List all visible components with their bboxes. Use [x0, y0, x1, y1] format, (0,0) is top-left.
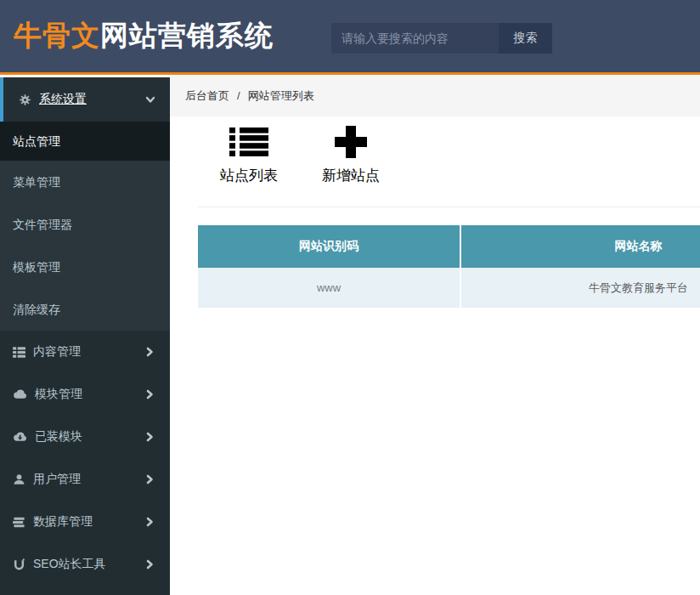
sidebar-item-label: SEO站长工具: [33, 557, 106, 572]
sidebar-item-label: 已装模块: [35, 429, 82, 445]
sidebar-submenu: 站点管理 菜单管理 文件管理器 模板管理 清除缓存: [0, 122, 170, 331]
content-panel: 站点列表 新增站点 网站识别码 网站名称: [170, 116, 700, 308]
breadcrumb-current: 网站管理列表: [248, 88, 314, 104]
list-icon: [229, 126, 268, 158]
sidebar-item-template-management[interactable]: 模板管理: [0, 246, 170, 288]
action-label: 新增站点: [322, 166, 380, 185]
sidebar-item-module-management[interactable]: 模块管理: [0, 373, 170, 416]
sidebar-item-label: 内容管理: [33, 344, 81, 360]
divider: [198, 207, 700, 207]
breadcrumb-home[interactable]: 后台首页: [185, 88, 229, 104]
magnet-icon: [13, 558, 25, 571]
column-header-site-name: 网站名称: [460, 225, 700, 268]
database-icon: [13, 516, 25, 529]
chevron-right-icon: [144, 346, 155, 358]
chevron-right-icon: [144, 388, 155, 400]
toolbar: 站点列表 新增站点: [206, 125, 700, 185]
chevron-right-icon: [144, 516, 155, 528]
user-icon: [13, 473, 25, 486]
sidebar-item-installed-modules[interactable]: 已装模块: [0, 416, 170, 458]
cloud-icon: [13, 388, 27, 400]
main-area: 后台首页 / 网站管理列表 站点列表 新增站: [170, 75, 700, 308]
logo-highlight: 牛骨文: [14, 20, 100, 51]
sidebar-item-site-management[interactable]: 站点管理: [0, 122, 170, 161]
sidebar-item-file-manager[interactable]: 文件管理器: [0, 203, 170, 246]
sidebar: 系统设置 站点管理 菜单管理 文件管理器 模板管理 清除缓存 内容管理 模块管理: [0, 77, 170, 595]
sidebar-item-seo-tools[interactable]: SEO站长工具: [0, 543, 170, 586]
chevron-right-icon: [144, 473, 155, 485]
sidebar-item-content-management[interactable]: 内容管理: [0, 331, 170, 373]
chevron-right-icon: [144, 431, 155, 443]
cloud-download-icon: [13, 431, 27, 443]
action-label: 站点列表: [220, 166, 278, 185]
logo[interactable]: 牛骨文网站营销系统: [14, 17, 274, 55]
plus-icon: [335, 126, 367, 158]
cell-site-code: www: [198, 268, 460, 308]
search-bar: 搜索: [331, 23, 552, 54]
sidebar-item-user-management[interactable]: 用户管理: [0, 458, 170, 501]
sidebar-item-label: 用户管理: [33, 472, 81, 487]
chevron-down-icon: [144, 94, 156, 105]
cell-site-name: 牛骨文教育服务平台: [460, 268, 700, 308]
breadcrumb-separator: /: [237, 89, 240, 102]
sidebar-item-clear-cache[interactable]: 清除缓存: [0, 288, 170, 331]
top-header: 牛骨文网站营销系统 搜索: [0, 0, 700, 75]
sidebar-item-system-settings[interactable]: 系统设置: [0, 77, 170, 122]
sidebar-item-label: 数据库管理: [33, 514, 93, 530]
th-list-icon: [13, 346, 25, 359]
gear-icon: [19, 94, 31, 106]
sites-table: 网站识别码 网站名称 www 牛骨文教育服务平台: [198, 225, 700, 308]
sidebar-item-label: 模块管理: [35, 387, 82, 402]
add-site-button[interactable]: 新增站点: [308, 125, 393, 185]
sidebar-root-label: 系统设置: [39, 92, 87, 107]
search-button[interactable]: 搜索: [499, 23, 552, 54]
column-header-site-code: 网站识别码: [198, 225, 460, 268]
logo-rest: 网站营销系统: [100, 20, 274, 51]
sidebar-item-menu-management[interactable]: 菜单管理: [0, 161, 170, 203]
site-list-button[interactable]: 站点列表: [206, 125, 291, 185]
breadcrumb: 后台首页 / 网站管理列表: [170, 75, 700, 116]
table-row: www 牛骨文教育服务平台: [198, 268, 700, 308]
table-header-row: 网站识别码 网站名称: [198, 225, 700, 268]
sidebar-item-database-management[interactable]: 数据库管理: [0, 501, 170, 543]
search-input[interactable]: [331, 23, 499, 54]
chevron-right-icon: [144, 558, 155, 570]
